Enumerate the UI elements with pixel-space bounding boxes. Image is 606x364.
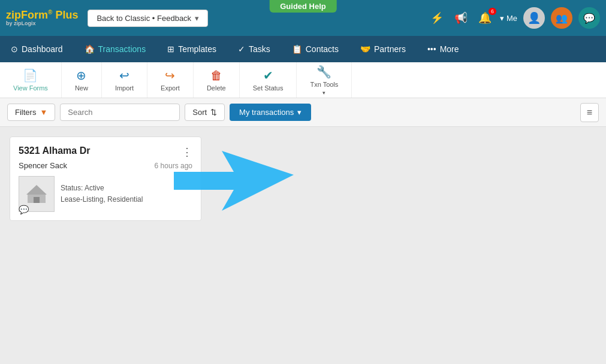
logo: zipForm® Plus by zipLogix [6,9,78,28]
view-forms-button[interactable]: 📄 View Forms [0,62,62,98]
nav-partners-label: Partners [374,44,406,54]
set-status-button[interactable]: ✔ Set Status [240,62,297,98]
notification-badge: 6 [489,8,496,15]
guided-help-banner[interactable]: Guided Help [269,0,337,13]
my-transactions-button[interactable]: My transactions ▾ [230,104,311,121]
view-forms-icon: 📄 [23,68,38,83]
transaction-card[interactable]: 5321 Alhama Dr ⋮ Spencer Sack 6 hours ag… [10,136,201,221]
card-type-label: Lease-Listing, Residential [61,194,143,205]
import-button[interactable]: ↩ Import [102,62,147,98]
classic-feedback-label: Back to Classic • Feedback [97,14,191,23]
delete-icon: 🗑 [210,69,222,83]
txn-tools-label: Txn Tools [310,81,338,88]
filters-button[interactable]: Filters ▼ [7,104,55,121]
nav-contacts-label: Contacts [306,44,339,54]
export-button[interactable]: ↪ Export [147,62,194,98]
me-button[interactable]: ▾ Me [500,14,517,23]
nav-tasks-label: Tasks [249,44,270,54]
txn-tools-button[interactable]: 🔧 Txn Tools ▾ [297,62,352,98]
new-icon: ⊕ [76,68,86,83]
sidebar-item-partners[interactable]: 🤝 Partners [349,36,417,62]
svg-rect-2 [34,197,40,203]
sort-button[interactable]: Sort ⇅ [185,104,225,121]
avatar: 👤 [523,7,545,29]
arrow-annotation [174,145,294,223]
toolbar: 📄 View Forms ⊕ New ↩ Import ↪ Export 🗑 D… [0,62,606,98]
svg-marker-3 [174,151,294,211]
lightning-icon-button[interactable]: ⚡ [428,9,446,27]
card-agent: Spencer Sack [19,161,67,170]
transactions-icon: 🏠 [85,44,95,54]
bell-icon-button[interactable]: 🔔 6 [476,9,494,27]
delete-label: Delete [207,84,226,92]
set-status-icon: ✔ [263,68,273,83]
logo-sub: by zipLogix [6,21,78,27]
sidebar-item-transactions[interactable]: 🏠 Transactions [74,36,157,62]
megaphone-icon-button[interactable]: 📢 [452,9,470,27]
my-transactions-label: My transactions [239,108,294,117]
sidebar-item-tasks[interactable]: ✓ Tasks [227,36,281,62]
dropdown-icon: ▾ [500,14,504,23]
templates-icon: ⊞ [167,44,174,54]
tasks-icon: ✓ [238,44,245,54]
contacts-icon: 📋 [292,44,302,54]
card-address: 5321 Alhama Dr [19,145,90,156]
card-status-info: Status: Active Lease-Listing, Residentia… [61,183,143,205]
sidebar-item-dashboard[interactable]: ⊙ Dashboard [0,36,74,62]
partners-icon: 🤝 [360,44,370,54]
delete-button[interactable]: 🗑 Delete [194,62,240,98]
sort-dropdown-icon: ⇅ [210,108,217,117]
classic-feedback-button[interactable]: Back to Classic • Feedback ▾ [88,10,208,27]
sidebar-item-contacts[interactable]: 📋 Contacts [281,36,349,62]
dashboard-icon: ⊙ [11,44,18,54]
more-icon: ••• [427,44,436,54]
me-label: Me [506,14,517,23]
card-status-label: Status: Active [61,183,143,194]
view-forms-label: View Forms [13,84,48,92]
set-status-label: Set Status [253,84,284,92]
export-label: Export [161,84,180,92]
sidebar-item-more[interactable]: ••• More [417,36,470,62]
filter-funnel-icon: ▼ [40,108,47,117]
filters-label: Filters [15,108,36,117]
nav-dashboard-label: Dashboard [22,44,63,54]
import-label: Import [115,84,134,92]
search-input[interactable] [60,104,180,121]
sidebar-item-templates[interactable]: ⊞ Templates [156,36,227,62]
svg-marker-1 [26,185,47,195]
import-icon: ↩ [119,68,129,83]
content-area: 5321 Alhama Dr ⋮ Spencer Sack 6 hours ag… [0,127,606,364]
nav-templates-label: Templates [178,44,216,54]
txn-tools-dropdown-icon: ▾ [322,90,325,96]
new-label: New [75,84,88,92]
list-view-icon: ≡ [587,107,592,117]
card-comment-icon[interactable]: 💬 [19,205,29,214]
list-view-button[interactable]: ≡ [580,103,599,122]
nav-more-label: More [440,44,459,54]
teal-group-icon[interactable]: 💬 [578,7,600,29]
new-button[interactable]: ⊕ New [62,62,102,98]
orange-group-icon[interactable]: 👥 [551,7,572,29]
my-transactions-dropdown-icon: ▾ [297,108,302,117]
filter-bar: Filters ▼ Sort ⇅ My transactions ▾ ≡ [0,98,606,127]
nav-bar: ⊙ Dashboard 🏠 Transactions ⊞ Templates ✓… [0,36,606,62]
export-icon: ↪ [165,68,175,83]
sort-label: Sort [192,108,207,117]
dropdown-arrow-icon: ▾ [195,14,199,23]
txn-tools-icon: 🔧 [316,65,331,79]
guided-help-label: Guided Help [280,2,326,11]
nav-transactions-label: Transactions [98,44,146,54]
